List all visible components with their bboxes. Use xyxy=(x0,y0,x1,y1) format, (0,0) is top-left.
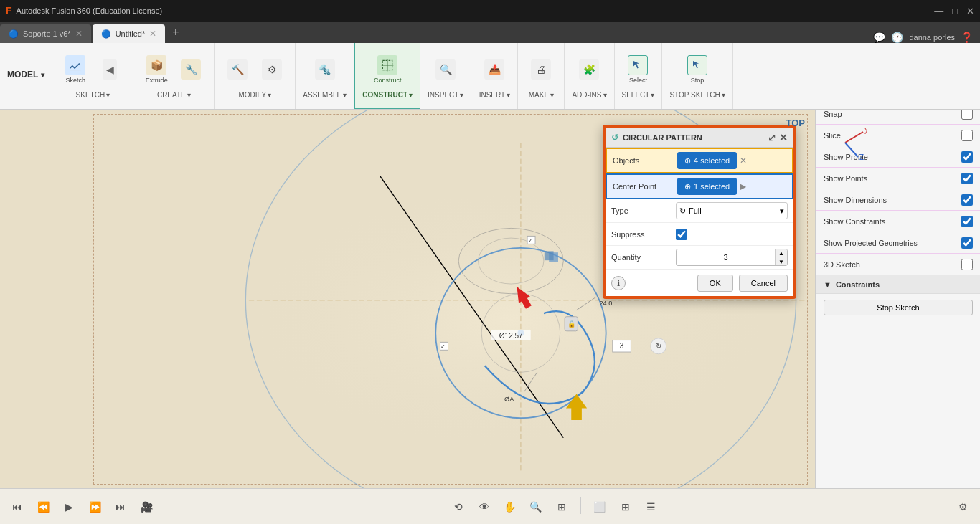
create-dropdown[interactable]: ▾ xyxy=(187,91,191,99)
construct-btn[interactable]: Construct xyxy=(372,51,403,88)
view-mode-button[interactable]: ☰ xyxy=(641,497,661,517)
objects-value: ⊕ 4 selected ✕ xyxy=(677,152,786,169)
playback-end-button[interactable]: ⏭ xyxy=(110,497,131,517)
cursor-icon: ⊕ xyxy=(684,156,691,166)
help-icon[interactable]: ❓ xyxy=(961,32,973,43)
display-mode-button[interactable]: ⬜ xyxy=(590,497,610,517)
info-button[interactable]: ℹ xyxy=(611,276,626,290)
tab-close-untitled[interactable]: ✕ xyxy=(149,29,156,39)
insert-group-label[interactable]: INSERT ▾ xyxy=(479,91,511,99)
stop-sketch-button[interactable]: Stop Sketch xyxy=(824,300,973,315)
notification-icon[interactable]: 💬 xyxy=(873,32,885,43)
showdimensions-label: Show Dimensions xyxy=(824,196,887,204)
objects-selected-button[interactable]: ⊕ 4 selected xyxy=(677,152,737,169)
sketch-dropdown[interactable]: ▾ xyxy=(106,91,110,99)
panel-header: ↺ CIRCULAR PATTERN ⤢ ✕ xyxy=(606,128,793,148)
center-expand-icon[interactable]: ▶ xyxy=(740,181,746,191)
make-btn[interactable]: 🖨 xyxy=(525,51,557,88)
stopsketch-group-label[interactable]: STOP SKETCH ▾ xyxy=(669,91,725,99)
panel-controls: ⤢ ✕ xyxy=(768,132,788,143)
cancel-button[interactable]: Cancel xyxy=(739,275,788,292)
create-more-button[interactable]: 🔧 xyxy=(175,51,207,88)
ribbon-group-select: Select SELECT ▾ xyxy=(615,40,663,109)
construct-group-label[interactable]: CONSTRUCT ▾ xyxy=(362,91,413,99)
inspect-group-label[interactable]: INSPECT ▾ xyxy=(428,91,463,99)
assemble-group-label[interactable]: ASSEMBLE ▾ xyxy=(303,91,347,99)
inspect-dropdown[interactable]: ▾ xyxy=(460,91,463,99)
select-group-label[interactable]: SELECT ▾ xyxy=(622,91,655,99)
type-chevron-icon: ▾ xyxy=(780,206,784,216)
center-selected-button[interactable]: ⊕ 1 selected xyxy=(677,178,737,195)
insert-btn[interactable]: 📥 xyxy=(479,51,510,88)
grid-toggle-button[interactable]: ⊞ xyxy=(616,497,636,517)
create-group-label[interactable]: CREATE ▾ xyxy=(157,91,191,99)
playback-start-button[interactable]: ⏮ xyxy=(7,497,27,517)
quantity-display: 3 xyxy=(677,253,775,262)
make-group-label[interactable]: MAKE ▾ xyxy=(529,91,554,99)
palette-constraints-title[interactable]: ▼ Constraints xyxy=(816,275,980,294)
settings-button[interactable]: ⚙ xyxy=(953,497,973,517)
ribbon-group-modify: 🔨 ⚙ MODIFY ▾ xyxy=(215,40,296,109)
extrude-button[interactable]: 📦 Extrude xyxy=(141,51,172,88)
make-dropdown[interactable]: ▾ xyxy=(550,91,554,99)
showprojected-checkbox[interactable] xyxy=(961,237,973,249)
stopsketch-btn[interactable]: Stop xyxy=(682,51,713,88)
select-btn[interactable]: Select xyxy=(622,51,654,88)
suppress-checkbox[interactable] xyxy=(676,229,687,240)
tab-untitled[interactable]: 🔵 Untitled* ✕ xyxy=(93,24,166,43)
panel-close-x[interactable]: ✕ xyxy=(779,132,788,143)
addins-btn[interactable]: 🧩 xyxy=(573,51,605,88)
insert-dropdown[interactable]: ▾ xyxy=(507,91,510,99)
svg-text:3: 3 xyxy=(620,342,624,350)
showpoints-checkbox[interactable] xyxy=(961,173,973,184)
tab-soporte[interactable]: 🔵 Soporte 1 v6* ✕ xyxy=(0,24,91,43)
quantity-down-button[interactable]: ▼ xyxy=(776,257,787,266)
ok-button[interactable]: OK xyxy=(697,275,733,292)
showprofile-checkbox[interactable] xyxy=(961,151,973,163)
ribbon-group-inspect: 🔍 INSPECT ▾ xyxy=(420,40,471,109)
slice-checkbox[interactable] xyxy=(961,130,973,141)
maximize-button[interactable]: □ xyxy=(952,6,958,16)
panel-expand-button[interactable]: ⤢ xyxy=(768,132,776,143)
showdimensions-checkbox[interactable] xyxy=(961,194,973,206)
clock-icon[interactable]: 🕐 xyxy=(891,32,903,43)
inspect-icon: 🔍 xyxy=(435,59,456,80)
objects-expand-icon[interactable]: ✕ xyxy=(740,156,747,166)
addins-dropdown[interactable]: ▾ xyxy=(603,91,607,99)
assemble-btn[interactable]: 🔩 xyxy=(309,51,341,88)
quantity-up-button[interactable]: ▲ xyxy=(776,249,787,257)
minimize-button[interactable]: — xyxy=(934,6,943,16)
tab-icon: 🔵 xyxy=(9,29,19,39)
nav-orbit-button[interactable]: ⟲ xyxy=(448,497,468,517)
nav-pan-button[interactable]: ✋ xyxy=(500,497,520,517)
sketch-group-label[interactable]: SKETCH ▾ xyxy=(76,91,110,99)
playback-play-button[interactable]: ▶ xyxy=(59,497,79,517)
camera-button[interactable]: 🎥 xyxy=(136,497,156,517)
objects-label: Objects xyxy=(613,156,677,165)
close-button[interactable]: ✕ xyxy=(966,6,974,16)
sketch-prev-button[interactable]: ◀ xyxy=(94,51,126,88)
stopsketch-dropdown[interactable]: ▾ xyxy=(722,91,725,99)
playback-next-button[interactable]: ⏩ xyxy=(85,497,105,517)
modify-dropdown[interactable]: ▾ xyxy=(268,91,271,99)
create-sketch-button[interactable]: Sketch xyxy=(60,51,91,88)
app-logo: F xyxy=(6,5,12,16)
type-dropdown[interactable]: ↻ Full ▾ xyxy=(676,202,788,219)
addins-group-label[interactable]: ADD-INS ▾ xyxy=(572,91,606,99)
select-dropdown[interactable]: ▾ xyxy=(651,91,654,99)
nav-fit-button[interactable]: ⊞ xyxy=(552,497,572,517)
nav-look-button[interactable]: 👁 xyxy=(474,497,494,517)
showconstraints-checkbox[interactable] xyxy=(961,216,973,227)
inspect-btn[interactable]: 🔍 xyxy=(430,51,461,88)
new-tab-button[interactable]: + xyxy=(166,26,184,39)
tab-close-soporte[interactable]: ✕ xyxy=(75,29,83,39)
modify-group-label[interactable]: MODIFY ▾ xyxy=(238,91,271,99)
playback-prev-button[interactable]: ⏪ xyxy=(33,497,53,517)
construct-dropdown[interactable]: ▾ xyxy=(409,91,413,99)
modify-btn1[interactable]: 🔨 xyxy=(222,51,253,88)
modify-btn2[interactable]: ⚙ xyxy=(256,51,288,88)
model-selector[interactable]: MODEL ▾ xyxy=(0,40,52,109)
assemble-dropdown[interactable]: ▾ xyxy=(343,91,347,99)
nav-zoom-button[interactable]: 🔍 xyxy=(526,497,546,517)
3dsketch-checkbox[interactable] xyxy=(961,259,973,270)
